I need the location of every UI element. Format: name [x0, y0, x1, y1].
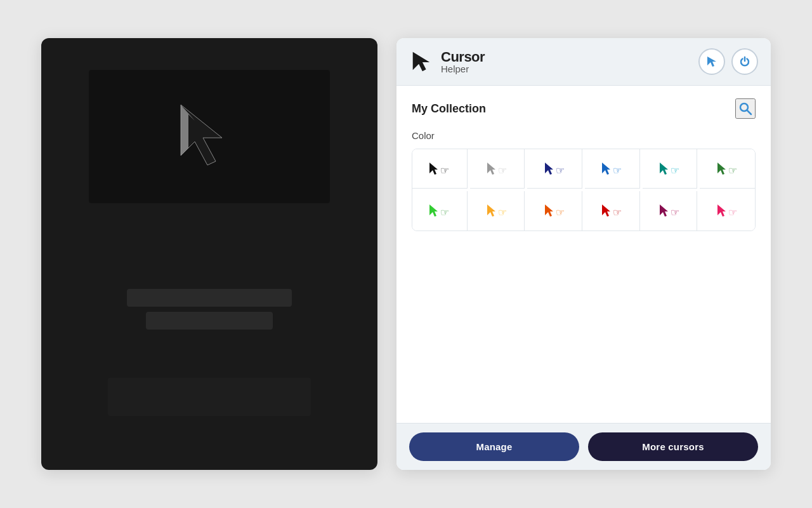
- cursor-cell-blue[interactable]: ☞: [585, 149, 640, 189]
- svg-text:☞: ☞: [613, 207, 622, 217]
- cursor-toggle-button[interactable]: [698, 48, 725, 75]
- logo-helper-text: Helper: [441, 64, 485, 74]
- arrow-icon-blue: [601, 162, 612, 176]
- panel-footer: Manage More cursors: [396, 423, 771, 470]
- arrow-icon-yellow: [486, 204, 497, 218]
- arrow-icon-pink: [716, 204, 728, 218]
- svg-marker-23: [545, 204, 553, 217]
- svg-text:☞: ☞: [671, 207, 679, 217]
- collection-title: My Collection: [412, 102, 486, 116]
- arrow-icon-red: [601, 204, 612, 218]
- svg-text:☞: ☞: [440, 165, 449, 175]
- hand-icon-red: ☞: [613, 204, 623, 217]
- cursor-cell-grey[interactable]: ☞: [470, 149, 525, 189]
- arrow-icon-teal: [658, 162, 670, 176]
- svg-marker-13: [602, 163, 610, 175]
- power-button[interactable]: [731, 48, 758, 75]
- logo-arrow-icon: [409, 50, 433, 74]
- hand-icon-blue: ☞: [613, 163, 623, 175]
- svg-text:☞: ☞: [728, 207, 737, 217]
- header-actions: [698, 48, 758, 75]
- cursor-btn-icon: [705, 55, 718, 68]
- svg-marker-27: [660, 204, 668, 217]
- hand-icon-grey: ☞: [498, 163, 508, 175]
- svg-text:☞: ☞: [498, 165, 507, 175]
- svg-marker-21: [487, 204, 495, 217]
- hand-icon-green-dark: ☞: [728, 163, 738, 175]
- svg-marker-3: [413, 52, 430, 71]
- manage-button[interactable]: Manage: [409, 432, 579, 461]
- cursor-cell-orange[interactable]: ☞: [527, 191, 582, 231]
- arrow-icon-green-dark: [716, 162, 728, 176]
- arrow-icon-black: [428, 162, 440, 176]
- arrow-icon-darkblue: [544, 162, 555, 176]
- power-btn-icon: [738, 55, 751, 68]
- left-preview-panel: [41, 38, 377, 470]
- panel-content: My Collection Color ☞ ☞: [396, 86, 771, 423]
- svg-text:☞: ☞: [728, 165, 737, 175]
- svg-marker-25: [602, 204, 610, 217]
- cursor-cell-red[interactable]: ☞: [585, 191, 640, 231]
- arrow-icon-orange: [544, 204, 555, 218]
- preview-bottom-text: [108, 289, 311, 416]
- logo-area: Cursor Helper: [409, 50, 485, 74]
- cursor-preview-inner: [89, 70, 330, 203]
- svg-marker-9: [487, 163, 495, 175]
- cursor-cell-green[interactable]: ☞: [700, 149, 755, 189]
- preview-text-line-1: [127, 289, 292, 307]
- svg-marker-15: [660, 163, 668, 175]
- large-cursor-icon: [174, 102, 244, 171]
- svg-text:☞: ☞: [498, 207, 507, 217]
- hand-icon-teal: ☞: [671, 163, 681, 175]
- cursor-cell-dark-blue[interactable]: ☞: [527, 149, 582, 189]
- svg-text:☞: ☞: [556, 207, 565, 217]
- hand-icon-orange: ☞: [556, 204, 566, 217]
- cursor-cell-teal[interactable]: ☞: [643, 149, 698, 189]
- preview-text-line-2: [146, 312, 273, 330]
- arrow-icon-lime: [428, 204, 440, 218]
- more-cursors-button[interactable]: More cursors: [588, 432, 758, 461]
- svg-line-6: [747, 110, 751, 114]
- cursor-color-grid: ☞ ☞ ☞ ☞: [412, 149, 756, 231]
- svg-marker-11: [545, 163, 553, 175]
- section-header: My Collection: [412, 98, 756, 119]
- svg-text:☞: ☞: [440, 207, 449, 217]
- cursor-cell-black[interactable]: ☞: [412, 149, 468, 189]
- svg-marker-4: [707, 57, 716, 67]
- cursor-cell-pink[interactable]: ☞: [700, 191, 755, 231]
- hand-icon-yellow: ☞: [498, 204, 508, 217]
- hand-icon-black: ☞: [440, 163, 450, 175]
- arrow-icon-grey: [486, 162, 497, 176]
- hand-icon-pink: ☞: [728, 204, 738, 217]
- svg-text:☞: ☞: [613, 165, 622, 175]
- cursor-cell-crimson[interactable]: ☞: [643, 191, 698, 231]
- cursor-cell-lime[interactable]: ☞: [412, 191, 468, 231]
- svg-marker-7: [429, 163, 438, 175]
- hand-icon-darkblue: ☞: [556, 163, 566, 175]
- svg-text:☞: ☞: [556, 165, 565, 175]
- svg-marker-29: [717, 204, 726, 217]
- svg-marker-19: [429, 204, 438, 217]
- hand-icon-lime: ☞: [440, 204, 450, 217]
- svg-text:☞: ☞: [671, 165, 679, 175]
- logo-text: Cursor Helper: [441, 50, 485, 74]
- cursor-preview-dark-top: [41, 38, 377, 235]
- search-icon: [738, 102, 752, 116]
- panel-header: Cursor Helper: [396, 38, 771, 86]
- cursor-helper-panel: Cursor Helper My Collection: [396, 38, 771, 470]
- cursor-cell-yellow[interactable]: ☞: [470, 191, 525, 231]
- color-label: Color: [412, 130, 756, 141]
- preview-text-block: [108, 378, 311, 416]
- hand-icon-crimson: ☞: [671, 204, 681, 217]
- cursor-preview-dark-bottom: [41, 235, 377, 470]
- arrow-icon-crimson: [658, 204, 670, 218]
- svg-marker-17: [717, 163, 726, 175]
- search-button[interactable]: [735, 98, 756, 119]
- logo-cursor-text: Cursor: [441, 50, 485, 64]
